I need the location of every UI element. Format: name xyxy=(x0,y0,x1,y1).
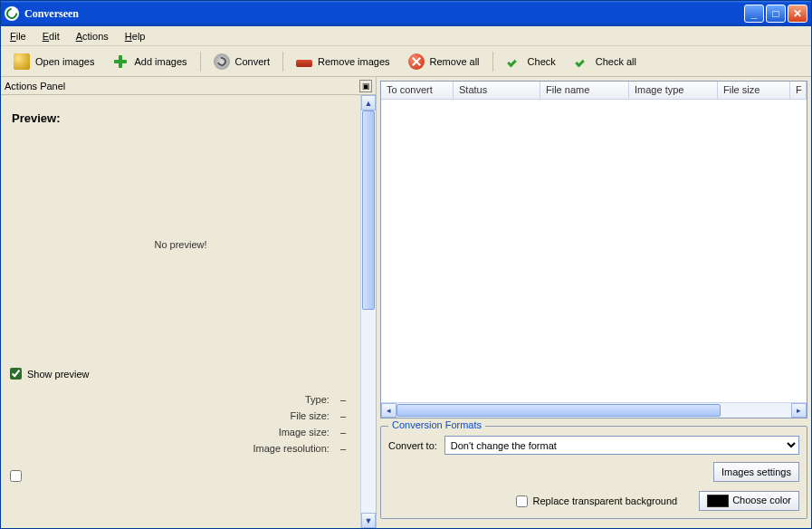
actions-panel-body: Preview: No preview! Show preview Type: … xyxy=(1,95,376,528)
menu-actions[interactable]: Actions xyxy=(71,29,114,43)
convert-to-row: Convert to: Don't change the format xyxy=(388,436,799,455)
check-button[interactable]: Check xyxy=(499,50,563,73)
file-list-header: To convert Status File name Image type F… xyxy=(381,82,807,100)
background-row: Replace transparent background Choose co… xyxy=(388,491,799,511)
meta-resolution-label: Image resolution: xyxy=(15,443,331,454)
images-settings-row: Images settings xyxy=(388,462,799,482)
truncated-row xyxy=(10,470,351,482)
add-icon xyxy=(112,53,129,70)
preview-area: No preview! xyxy=(8,127,353,362)
file-list-body[interactable] xyxy=(381,100,807,402)
check-icon xyxy=(506,53,522,70)
scroll-left-button[interactable]: ◂ xyxy=(381,403,396,418)
meta-type-value: – xyxy=(340,394,346,405)
images-settings-button[interactable]: Images settings xyxy=(713,462,799,482)
convert-icon xyxy=(214,53,230,70)
convert-to-label: Convert to: xyxy=(388,440,437,451)
toolbar-separator xyxy=(282,52,283,72)
menu-file[interactable]: File xyxy=(5,29,32,43)
col-to-convert[interactable]: To convert xyxy=(381,82,454,99)
actions-panel-title: Actions Panel xyxy=(5,81,65,91)
open-images-label: Open images xyxy=(35,56,94,67)
add-images-button[interactable]: Add images xyxy=(105,50,194,73)
scroll-right-button[interactable]: ▸ xyxy=(791,403,807,418)
hscroll-track[interactable] xyxy=(396,403,791,418)
remove-icon xyxy=(296,60,312,67)
meta-imagesize-label: Image size: xyxy=(15,427,331,438)
panel-scrollbar[interactable]: ▲ ▼ xyxy=(360,95,376,528)
meta-filesize-value: – xyxy=(340,410,346,421)
preview-heading: Preview: xyxy=(12,111,353,125)
open-icon xyxy=(14,53,30,70)
close-button[interactable]: ✕ xyxy=(788,5,807,23)
menu-help[interactable]: Help xyxy=(119,29,151,43)
remove-all-icon xyxy=(408,53,425,70)
file-list-hscrollbar[interactable]: ◂ ▸ xyxy=(381,402,807,418)
check-all-button[interactable]: Check all xyxy=(567,50,644,73)
scroll-thumb[interactable] xyxy=(362,111,375,310)
file-list: To convert Status File name Image type F… xyxy=(380,81,807,418)
hscroll-thumb[interactable] xyxy=(396,404,721,417)
actions-panel-content: Preview: No preview! Show preview Type: … xyxy=(1,95,360,528)
toolbar: Open images Add images Convert Remove im… xyxy=(1,46,811,77)
convert-to-select[interactable]: Don't change the format xyxy=(444,436,799,455)
conversion-formats-group: Conversion Formats Convert to: Don't cha… xyxy=(380,426,807,519)
image-meta: Type: – File size: – Image size: – Image… xyxy=(15,394,346,454)
menubar: File Edit Actions Help xyxy=(1,26,811,46)
col-file-size[interactable]: File size xyxy=(718,82,790,99)
conversion-formats-legend: Conversion Formats xyxy=(388,419,485,430)
actions-panel: Actions Panel ▣ Preview: No preview! Sho… xyxy=(1,77,377,528)
remove-all-label: Remove all xyxy=(430,56,480,67)
meta-resolution-value: – xyxy=(340,443,346,454)
convert-button[interactable]: Convert xyxy=(206,50,278,73)
col-file-name[interactable]: File name xyxy=(540,82,629,99)
show-preview-row: Show preview xyxy=(10,368,351,380)
titlebar: Converseen _ □ ✕ xyxy=(1,1,811,26)
app-window: Converseen _ □ ✕ File Edit Actions Help … xyxy=(0,0,812,529)
actions-panel-header: Actions Panel ▣ xyxy=(1,77,376,95)
remove-images-button[interactable]: Remove images xyxy=(289,52,396,71)
col-image-type[interactable]: Image type xyxy=(629,82,718,99)
no-preview-text: No preview! xyxy=(154,239,206,250)
window-controls: _ □ ✕ xyxy=(744,5,807,23)
add-images-label: Add images xyxy=(134,56,186,67)
meta-filesize-label: File size: xyxy=(15,410,331,421)
replace-bg-label: Replace transparent background xyxy=(533,495,678,506)
toolbar-separator xyxy=(200,52,201,72)
scroll-down-button[interactable]: ▼ xyxy=(361,513,376,528)
check-all-label: Check all xyxy=(596,56,636,67)
minimize-button[interactable]: _ xyxy=(744,5,764,23)
remove-images-label: Remove images xyxy=(318,56,389,67)
col-extra[interactable]: F xyxy=(790,82,807,99)
replace-bg-checkbox[interactable] xyxy=(516,495,528,507)
content: Actions Panel ▣ Preview: No preview! Sho… xyxy=(1,77,811,528)
choose-color-button[interactable]: Choose color xyxy=(699,491,799,511)
app-icon xyxy=(5,6,19,21)
col-status[interactable]: Status xyxy=(454,82,540,99)
menu-edit[interactable]: Edit xyxy=(37,29,65,43)
maximize-button[interactable]: □ xyxy=(766,5,786,23)
truncated-checkbox[interactable] xyxy=(10,470,22,482)
remove-all-button[interactable]: Remove all xyxy=(401,50,487,73)
right-pane: To convert Status File name Image type F… xyxy=(377,77,811,528)
show-preview-checkbox[interactable] xyxy=(10,368,22,380)
check-label: Check xyxy=(528,56,556,67)
open-images-button[interactable]: Open images xyxy=(6,50,101,73)
window-title: Converseen xyxy=(24,7,744,21)
choose-color-label: Choose color xyxy=(732,495,791,505)
color-swatch xyxy=(707,495,729,507)
meta-type-label: Type: xyxy=(15,394,331,405)
meta-imagesize-value: – xyxy=(340,427,346,438)
convert-label: Convert xyxy=(235,56,271,67)
scroll-up-button[interactable]: ▲ xyxy=(361,95,376,111)
check-all-icon xyxy=(574,53,590,70)
toolbar-separator xyxy=(492,52,493,72)
show-preview-label: Show preview xyxy=(27,369,89,380)
float-panel-button[interactable]: ▣ xyxy=(359,80,372,92)
